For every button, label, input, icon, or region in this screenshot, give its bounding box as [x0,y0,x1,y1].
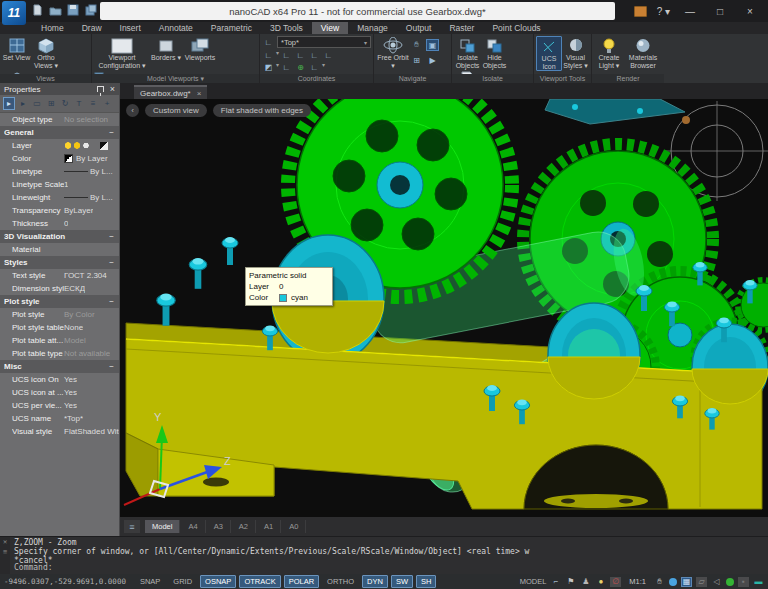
property-row[interactable]: UCS icon On Yes [0,373,119,386]
property-row[interactable]: Plot table att... Model [0,334,119,347]
status-toggle[interactable]: OSNAP [200,575,236,588]
collapse-section-icon[interactable] [109,128,114,137]
pointer-tool-icon[interactable]: ▸ [17,97,29,110]
layout-tab[interactable]: A3 [207,520,231,533]
ucs-move-icon[interactable]: ∟ [308,61,321,73]
close-panel-icon[interactable]: × [110,84,115,94]
property-row[interactable]: UCS icon at ... Yes [0,386,119,399]
ucs-select[interactable]: *Top*▾ [277,36,371,48]
status-toggle[interactable]: OTRACK [239,575,280,588]
visual-style-pill[interactable]: Flat shaded with edges [213,104,311,117]
command-options-icon[interactable]: ≡ [3,548,7,556]
minimize-button[interactable]: — [680,6,700,17]
materials-browser-button[interactable]: Materials Browser [624,36,662,69]
status-toggle[interactable]: SH [416,575,436,588]
new-file-icon[interactable] [30,3,44,17]
create-light-button[interactable]: Create Light ▾ [594,36,624,69]
app-logo[interactable]: 11 [2,1,26,25]
layout-icon[interactable]: ▱ [696,577,707,587]
property-row[interactable]: Object type No selection [0,113,119,126]
quick-select-icon[interactable]: ⊞ [45,97,57,110]
viewport-configuration-button[interactable]: Viewport Configuration ▾ [94,36,150,69]
ucs-origin-icon[interactable]: ⊕ [294,61,307,73]
layout-menu-icon[interactable]: ≡ [124,520,140,533]
hide-objects-button[interactable]: Hide Objects [481,36,508,69]
document-tab[interactable]: Gearbox.dwg* × [134,85,207,99]
scale-indicator[interactable]: M1:1 [629,577,646,586]
close-command-icon[interactable]: ✕ [3,538,7,546]
model-viewport[interactable]: Y Z ‹ Custom view Flat shaded with edges… [120,99,768,517]
ucs-icon-button[interactable]: UCS Icon [536,36,562,71]
ribbon-tab[interactable]: Annotate [150,22,202,34]
ucs-view-icon[interactable]: ∟ [280,61,293,73]
save-all-icon[interactable] [84,3,98,17]
property-row[interactable]: Lineweight By L... [0,191,119,204]
user-icon[interactable]: ♟ [580,577,591,587]
status-toggle[interactable]: SW [391,575,413,588]
property-row[interactable]: Material [0,243,119,256]
notifications-icon[interactable]: ▪ [738,577,749,587]
chevron-down-icon[interactable]: ▾ [322,61,325,73]
collapse-section-icon[interactable] [109,362,114,371]
ribbon-tab[interactable]: View [312,22,348,34]
ribbon-tab[interactable]: Point Clouds [483,22,549,34]
text-tool-icon[interactable]: T [73,97,85,110]
collapse-section-icon[interactable] [109,297,114,306]
ortho-views-button[interactable]: Ortho Views ▾ [31,36,61,69]
property-row[interactable]: Visual style FlatShaded With ... [0,425,119,438]
ucs-named-icon[interactable]: ∟ [262,49,275,61]
ucs-object-icon[interactable]: ∟ [294,49,307,61]
save-icon[interactable] [66,3,80,17]
property-row[interactable]: UCS name *Top* [0,412,119,425]
layout-tab[interactable]: Model [145,520,180,533]
property-row[interactable]: General [0,126,119,139]
ribbon-tab[interactable]: Output [397,22,441,34]
chevron-down-icon[interactable]: ▾ [276,61,279,73]
layout-tab[interactable]: A1 [257,520,281,533]
list-tool-icon[interactable]: ≡ [87,97,99,110]
open-file-icon[interactable] [48,3,62,17]
ucs-z-axis-icon[interactable]: ∟ [308,49,321,61]
workspace-icon[interactable]: ⌐ [550,577,561,587]
promo-icon[interactable] [634,6,647,17]
rectangle-select-icon[interactable]: ▭ [31,97,43,110]
isolate-objects-button[interactable]: Isolate Objects [454,36,481,69]
ucs-face-icon[interactable]: ◩ [262,61,275,73]
collapse-section-icon[interactable] [109,232,114,241]
chevron-down-icon[interactable]: ▾ [276,49,279,61]
property-row[interactable]: Styles [0,256,119,269]
property-row[interactable]: Linetype By L... [0,165,119,178]
set-view-button[interactable]: Set View [2,36,31,69]
property-row[interactable]: Dimension style ЕСКД [0,282,119,295]
viewports-button[interactable]: Viewports [182,36,218,69]
collapse-section-icon[interactable] [109,258,114,267]
pan-icon[interactable]: ✋︎ [410,39,423,51]
ribbon-tab[interactable]: Insert [111,22,150,34]
help-button[interactable]: ? ▾ [657,6,670,17]
property-row[interactable]: Text style ГОСТ 2.304 [0,269,119,282]
ucs-world-icon[interactable]: ∟ [262,36,275,48]
move-tool-icon[interactable]: + [101,97,113,110]
property-row[interactable]: Plot style [0,295,119,308]
grid-view-icon[interactable]: ▦ [681,577,692,587]
ribbon-tab[interactable]: Home [32,22,73,34]
status-toggle[interactable]: SNAP [135,575,165,588]
model-space-label[interactable]: MODEL [520,577,547,586]
status-toggle[interactable]: GRID [168,575,197,588]
property-row[interactable]: Plot table type Not available [0,347,119,360]
ribbon-tab[interactable]: Parametric [202,22,261,34]
refresh-icon[interactable]: ↻ [59,97,71,110]
fly-icon[interactable]: ▶ [426,54,439,66]
layout-tab[interactable]: A4 [181,520,205,533]
ribbon-tab[interactable]: Manage [348,22,397,34]
visual-styles-button[interactable]: Visual Styles ▾ [562,36,589,71]
status-toggle[interactable]: POLAR [284,575,319,588]
property-row[interactable]: Linetype Scale 1 [0,178,119,191]
select-tool-icon[interactable]: ▸ [3,97,15,110]
property-row[interactable]: Misc [0,360,119,373]
maximize-button[interactable]: □ [710,6,730,17]
property-row[interactable]: Layer [0,139,119,152]
status-ok-icon[interactable] [726,578,734,586]
command-line-panel[interactable]: ✕ ≡ Z,ZOOM - Zoom Specify corner of wind… [0,536,768,574]
zoom-window-icon[interactable]: ⊞ [410,54,423,66]
